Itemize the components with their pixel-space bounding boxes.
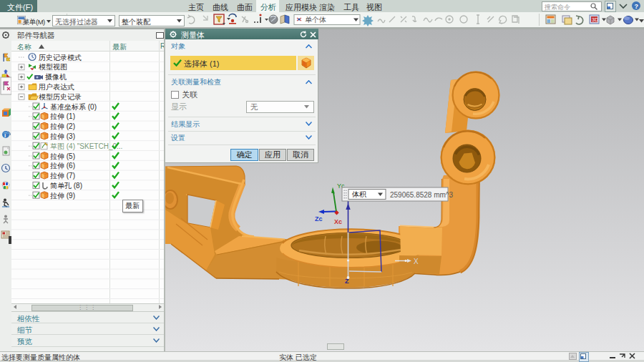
svg-text:摄像机: 摄像机	[45, 73, 67, 81]
svg-text:拉伸 (9): 拉伸 (9)	[50, 192, 75, 200]
svg-text:拉伸 (6): 拉伸 (6)	[50, 162, 75, 170]
svg-text:用户表达式: 用户表达式	[39, 83, 74, 91]
svg-text:i: i	[4, 132, 6, 139]
svg-text:拉伸 (1): 拉伸 (1)	[50, 112, 75, 120]
svg-text:简单孔 (8): 简单孔 (8)	[50, 182, 82, 190]
svg-text:259065.8528 mm^3: 259065.8528 mm^3	[390, 191, 454, 199]
svg-text:Xc: Xc	[334, 218, 342, 225]
svg-text:模型历史记录: 模型历史记录	[39, 93, 82, 101]
svg-text:X: X	[414, 258, 419, 265]
svg-text:Z: Z	[345, 278, 349, 285]
svg-text:基准坐标系 (0): 基准坐标系 (0)	[50, 103, 97, 111]
svg-text:拉伸 (5): 拉伸 (5)	[50, 152, 75, 160]
svg-text:拉伸 (7): 拉伸 (7)	[50, 172, 75, 180]
svg-text:历史记录模式: 历史记录模式	[39, 54, 82, 62]
svg-text:Zc: Zc	[315, 215, 323, 222]
svg-text:模型视图: 模型视图	[39, 63, 67, 71]
svg-text:拉伸 (2): 拉伸 (2)	[50, 122, 75, 130]
svg-text:3D: 3D	[592, 17, 598, 22]
svg-text:拉伸 (3): 拉伸 (3)	[50, 132, 75, 140]
svg-text:单个体: 单个体	[305, 16, 326, 24]
svg-text:体积: 体积	[351, 190, 366, 198]
svg-text:草图 (4) "SKETCH_0...: 草图 (4) "SKETCH_0...	[50, 142, 122, 150]
